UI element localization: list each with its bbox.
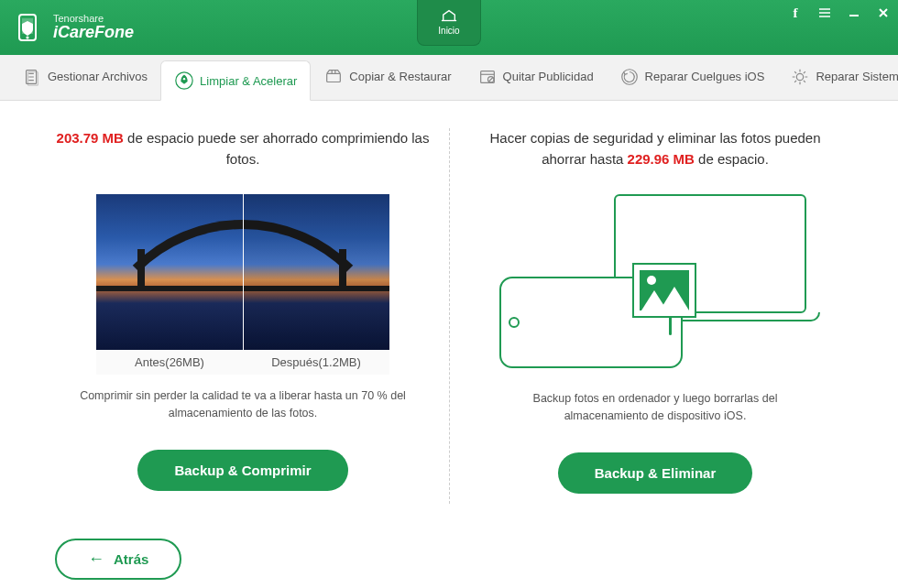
tabbar: Gestionar Archivos Limpiar & Acelerar Co… [0,55,898,101]
app-logo: Tenorshare iCareFone [11,11,134,44]
footer: ← Atrás [0,522,898,580]
tab-fix-ios-stuck[interactable]: Reparar Cuelgues iOS [607,55,778,100]
compress-headline: 203.79 MB de espacio puede ser ahorrado … [55,128,431,174]
repair-os-icon [790,67,810,87]
back-label: Atrás [114,551,148,567]
photo-labels: Antes(26MB) Después(1.2MB) [96,350,389,375]
menu-icon[interactable] [817,5,832,20]
ad-block-icon [477,67,498,87]
compress-size: 203.79 MB [57,130,124,146]
minimize-icon[interactable] [847,5,861,20]
image-icon [632,263,696,318]
tab-label: Gestionar Archivos [48,70,148,83]
home-button[interactable]: Inicio [417,0,481,46]
photo-comparison: Antes(26MB) Después(1.2MB) [96,194,389,375]
delete-headline: Hacer copias de seguridad y eliminar las… [467,128,843,174]
tab-manage-files[interactable]: Gestionar Archivos [9,55,160,100]
tab-label: Limpiar & Acelerar [200,74,297,88]
app-name: iCareFone [53,24,134,42]
repair-ios-icon [619,67,640,87]
svg-point-6 [183,78,185,80]
rocket-icon [174,71,194,91]
content-area: 203.79 MB de espacio puede ser ahorrado … [0,101,898,522]
compress-desc: Comprimir sin perder la calidad te va a … [69,387,417,422]
titlebar: Tenorshare iCareFone Inicio f [0,0,898,55]
delete-column: Hacer copias de seguridad y eliminar las… [449,128,861,522]
arrow-left-icon: ← [88,550,104,569]
tab-label: Reparar Sistema Operativo [816,70,898,83]
after-label: Después(1.2MB) [243,350,389,375]
delete-size: 229.96 MB [628,151,695,167]
tab-label: Copiar & Restaurar [349,70,451,83]
window-controls: f [788,5,891,20]
copy-icon [323,67,344,87]
home-label: Inicio [438,26,459,36]
svg-point-11 [797,73,804,80]
tab-repair-os[interactable]: Reparar Sistema Operativo [777,55,898,100]
tab-remove-ads[interactable]: Quitar Publicidad [465,55,607,100]
tab-clean-speedup[interactable]: Limpiar & Acelerar [160,60,311,101]
tab-label: Reparar Cuelgues iOS [645,70,765,83]
home-icon [441,9,457,24]
back-button[interactable]: ← Atrás [55,539,181,580]
backup-delete-button[interactable]: Backup & Eliminar [558,452,753,494]
brand-text: Tenorshare [53,13,134,24]
facebook-icon[interactable]: f [788,5,803,20]
bridge-photo [96,194,389,350]
tab-copy-restore[interactable]: Copiar & Restaurar [311,55,464,100]
delete-desc: Backup fotos en ordenador y luego borrar… [481,390,829,425]
vertical-divider [449,128,450,504]
svg-rect-7 [327,73,341,82]
backup-compress-button[interactable]: Backup & Comprimir [137,450,347,491]
svg-point-2 [26,36,28,38]
transfer-illustration [490,194,820,377]
files-icon [22,67,42,87]
before-label: Antes(26MB) [96,350,243,375]
compress-column: 203.79 MB de espacio puede ser ahorrado … [37,128,449,522]
tab-label: Quitar Publicidad [503,70,594,83]
close-icon[interactable] [876,5,891,20]
phone-shield-icon [11,11,44,44]
